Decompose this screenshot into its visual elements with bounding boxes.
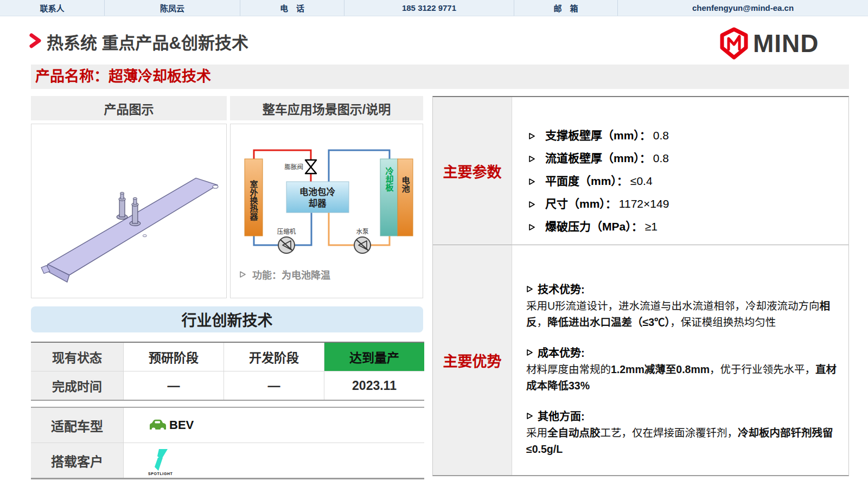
mind-logo-shield-icon (718, 27, 750, 60)
vehicle-row: 适配车型 BEV (31, 408, 424, 443)
vehicle-row-label: 适配车型 (31, 408, 124, 443)
spotlight-bolt-icon (154, 449, 168, 471)
phone-label: 电 话 (240, 0, 344, 16)
advantage-heading: 成本优势: (538, 344, 585, 360)
parameters-content: 支撑板壁厚（mm）： 0.8 流道板壁厚（mm）： 0.8 平面度（mm）： ≤… (512, 97, 848, 245)
customer-logo: SPOTLIGHT (148, 449, 173, 476)
function-note: 功能：为电池降温 (239, 267, 330, 281)
param-label: 爆破压力（MPa）： (545, 217, 643, 234)
advantage-body: 材料厚度由常规的1.2mm减薄至0.8mm，优于行业领先水平，直材成本降低33% (526, 361, 838, 394)
scene-header: 整车应用场景图示/说明 (230, 96, 423, 120)
param-value: 1172×149 (619, 197, 669, 210)
pump-label: 水泵 (356, 228, 369, 235)
arrowhead-bullet-icon (528, 155, 535, 163)
time-development: — (224, 371, 324, 400)
stage-mass-production: 达到量产 (324, 343, 424, 371)
param-item: 爆破压力（MPa）： ≥1 (528, 217, 848, 234)
title-arrow-icon (28, 33, 42, 51)
advantage-heading: 其他方面: (538, 408, 585, 424)
expansion-valve-label: 膨胀阀 (285, 163, 304, 170)
time-mass-production: 2023.11 (324, 371, 424, 400)
param-item: 平面度（mm）： ≤0.4 (528, 172, 848, 188)
advantages-header: 主要优势 (433, 245, 512, 475)
arrowhead-bullet-icon (526, 412, 533, 420)
product-image-header: 产品图示 (31, 96, 227, 120)
stage-preresearch: 预研阶段 (124, 343, 224, 371)
stage-development: 开发阶段 (224, 343, 324, 371)
param-label: 流道板壁厚（mm）： (545, 149, 651, 165)
customer-row-label: 搭载客户 (31, 443, 124, 478)
customer-row-content: SPOTLIGHT (124, 443, 424, 478)
arrowhead-bullet-icon (528, 201, 535, 208)
parameters-header: 主要参数 (433, 97, 512, 245)
param-value: 0.8 (653, 129, 669, 142)
battery-cooler-label-line2: 却器 (309, 198, 327, 208)
right-panel: 主要参数 支撑板壁厚（mm）： 0.8 流道板壁厚（mm）： 0.8 平面度（m… (432, 96, 849, 476)
contact-name: 陈凤云 (105, 0, 240, 16)
battery-label: 电池 (401, 176, 410, 193)
vehicle-type-value: BEV (169, 418, 194, 432)
contact-bar: 联系人 陈凤云 电 话 185 3122 9771 邮 箱 chenfengyu… (0, 0, 868, 16)
arrowhead-bullet-icon (528, 132, 535, 140)
product-image-box (31, 124, 227, 298)
advantage-body: 采用U形流道设计，进水流道与出水流道相邻，冷却液流动方向相反，降低进出水口温差（… (526, 298, 838, 330)
status-row-state: 现有状态 预研阶段 开发阶段 达到量产 (31, 343, 424, 371)
advantage-heading: 技术优势: (538, 281, 585, 297)
param-label: 支撑板壁厚（mm）： (545, 126, 651, 143)
battery-cooler-label-line1: 电池包冷 (299, 187, 336, 197)
cooling-plate-render (31, 124, 226, 298)
status-row-time: 完成时间 — — 2023.11 (31, 371, 424, 400)
innovation-band: 行业创新技术 (31, 306, 423, 332)
time-preresearch: — (124, 371, 224, 400)
email-address: chenfengyun@mind-ea.cn (618, 0, 868, 16)
status-row-label: 现有状态 (31, 343, 124, 371)
phone-number: 185 3122 9771 (344, 0, 514, 16)
param-item: 支撑板壁厚（mm）： 0.8 (528, 126, 848, 143)
time-row-label: 完成时间 (31, 371, 124, 400)
advantage-section-other: 其他方面: 采用全自动点胶工艺，仅在焊接面涂覆钎剂，冷却板内部钎剂残留≤0.5g… (526, 408, 838, 457)
compressor-label: 压缩机 (277, 228, 296, 235)
scene-diagram-box: 室外换热器 膨胀阀 电池包冷 却器 压缩机 水泵 冷却板 电池 功能：为电池降温 (230, 124, 423, 298)
car-icon (148, 418, 168, 432)
param-label: 尺寸（mm）： (545, 195, 617, 211)
arrowhead-bullet-icon (528, 178, 535, 185)
function-note-text: 功能：为电池降温 (252, 267, 330, 281)
arrowhead-bullet-icon (526, 349, 533, 356)
mind-logo: MIND (718, 27, 819, 60)
page-title: 热系统 重点产品&创新技术 (47, 29, 248, 54)
param-item: 流道板壁厚（mm）： 0.8 (528, 149, 848, 165)
arrowhead-bullet-icon (528, 223, 535, 231)
advantages-content: 技术优势: 采用U形流道设计，进水流道与出水流道相邻，冷却液流动方向相反，降低进… (512, 245, 848, 475)
outdoor-hx-label: 室外换热器 (249, 180, 259, 221)
advantage-section-cost: 成本优势: 材料厚度由常规的1.2mm减薄至0.8mm，优于行业领先水平，直材成… (526, 344, 838, 394)
cooling-plate-label: 冷却板 (385, 166, 394, 192)
advantage-section-tech: 技术优势: 采用U形流道设计，进水流道与出水流道相邻，冷却液流动方向相反，降低进… (526, 281, 838, 330)
contact-label: 联系人 (0, 0, 105, 16)
customer-row: 搭载客户 SPOTLIGHT (31, 443, 424, 478)
param-value: ≥1 (645, 220, 658, 233)
arrowhead-bullet-icon (239, 271, 247, 278)
param-value: 0.8 (653, 152, 669, 165)
status-table: 现有状态 预研阶段 开发阶段 达到量产 完成时间 — — 2023.11 (31, 342, 424, 401)
param-item: 尺寸（mm）： 1172×149 (528, 195, 848, 211)
customer-logo-text: SPOTLIGHT (148, 472, 173, 476)
product-name-band: 产品名称：超薄冷却板技术 (31, 65, 849, 89)
email-label: 邮 箱 (514, 0, 618, 16)
vehicle-row-content: BEV (124, 408, 424, 443)
param-value: ≤0.4 (630, 175, 653, 188)
advantage-body: 采用全自动点胶工艺，仅在焊接面涂覆钎剂，冷却板内部钎剂残留≤0.5g/L (526, 425, 838, 457)
arrowhead-bullet-icon (526, 285, 533, 293)
param-label: 平面度（mm）： (545, 172, 628, 188)
mind-logo-wordmark: MIND (753, 29, 819, 58)
cooling-loop-schematic: 室外换热器 膨胀阀 电池包冷 却器 压缩机 水泵 冷却板 电池 (234, 138, 418, 263)
fit-table: 适配车型 BEV 搭载客户 SPOTLIGHT (31, 407, 424, 479)
